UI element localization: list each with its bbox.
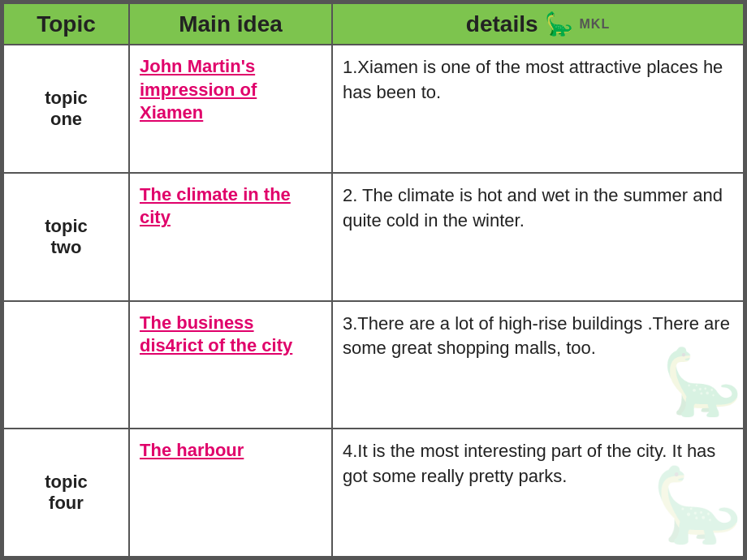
topic-cell-2: topic two bbox=[3, 173, 129, 301]
main-table-container: Topic Main idea details 🦕 MKL topic one bbox=[0, 0, 747, 560]
bg-dino-icon: 🦕 bbox=[662, 337, 743, 428]
main-idea-link-1[interactable]: John Martin's impression of Xiamen bbox=[140, 55, 322, 125]
main-idea-cell-1: John Martin's impression of Xiamen bbox=[129, 45, 332, 173]
topic-label-2: topic two bbox=[45, 216, 88, 257]
details-cell-4: 4.It is the most interesting part of the… bbox=[332, 429, 744, 557]
topic-cell-1: topic one bbox=[3, 45, 129, 173]
topic-cell-4: topic four bbox=[3, 429, 129, 557]
header-details: details 🦕 MKL bbox=[332, 3, 744, 45]
main-idea-cell-2: The climate in the city bbox=[129, 173, 332, 301]
topic-label-4: topic four bbox=[45, 472, 88, 513]
table-row: topic four The harbour 4.It is the most … bbox=[3, 429, 744, 557]
table-row: topic two The climate in the city 2. The… bbox=[3, 173, 744, 301]
details-cell-3: 3.There are a lot of high-rise buildings… bbox=[332, 301, 744, 429]
table-row: The business dis4rict of the city 3.Ther… bbox=[3, 301, 744, 429]
table-row: topic one John Martin's impression of Xi… bbox=[3, 45, 744, 173]
bg-dino-icon-2: 🦕 bbox=[652, 454, 743, 556]
topic-label-1: topic one bbox=[45, 88, 88, 129]
main-idea-cell-3: The business dis4rict of the city bbox=[129, 301, 332, 429]
details-cell-1: 1.Xiamen is one of the most attractive p… bbox=[332, 45, 744, 173]
header-topic: Topic bbox=[3, 3, 129, 45]
header-main-idea: Main idea bbox=[129, 3, 332, 45]
main-idea-link-3[interactable]: The business dis4rict of the city bbox=[140, 312, 322, 358]
content-table: Topic Main idea details 🦕 MKL topic one bbox=[2, 2, 745, 558]
details-cell-2: 2. The climate is hot and wet in the sum… bbox=[332, 173, 744, 301]
topic-cell-3 bbox=[3, 301, 129, 429]
mkl-label: MKL bbox=[580, 17, 611, 32]
main-idea-link-4[interactable]: The harbour bbox=[140, 439, 322, 463]
main-idea-cell-4: The harbour bbox=[129, 429, 332, 557]
dino-icon: 🦕 bbox=[545, 11, 573, 37]
main-idea-link-2[interactable]: The climate in the city bbox=[140, 183, 322, 230]
